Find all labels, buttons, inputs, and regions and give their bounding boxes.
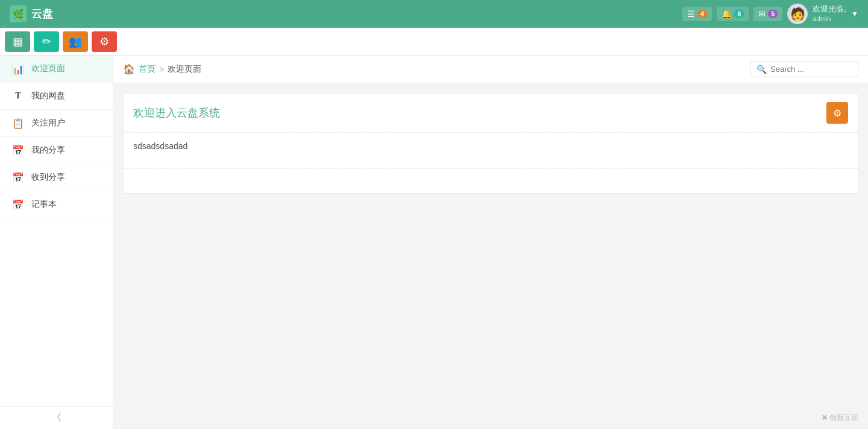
mail-icon: ✉ [758, 9, 766, 19]
watermark-text: ✖ 创新互联 [822, 413, 858, 423]
app-logo: 🌿 云盘 [10, 5, 53, 22]
sidebar-item-notes[interactable]: 📅 记事本 [0, 191, 113, 218]
follow-icon: 📋 [12, 117, 24, 129]
nav-settings-button[interactable]: ⚙ [92, 31, 117, 52]
received-icon: 📅 [12, 171, 24, 183]
card-settings-button[interactable]: ⚙ [826, 102, 848, 124]
nav-edit-button[interactable]: ✏ [34, 31, 59, 52]
notifications-badge: 8 [734, 10, 744, 18]
search-input[interactable] [770, 65, 852, 74]
bell-icon: 🔔 [722, 9, 732, 19]
card-empty-section [124, 169, 858, 193]
main-layout: 📊 欢迎页面 T 我的网盘 📋 关注用户 📅 我的分享 📅 收到分享 📅 记事本… [0, 56, 868, 429]
app-title: 云盘 [31, 7, 53, 21]
user-menu[interactable]: 🧑 欢迎光临, admin ▼ [787, 4, 858, 24]
breadcrumb-current: 欢迎页面 [168, 64, 201, 75]
sidebar-item-mycloud[interactable]: T 我的网盘 [0, 83, 113, 110]
sidebar-item-myshare[interactable]: 📅 我的分享 [0, 137, 113, 164]
nav-users-button[interactable]: 👥 [63, 31, 88, 52]
footer-watermark: ✖ 创新互联 [822, 413, 858, 423]
card-body: sdsadsdsadad [124, 133, 858, 169]
card-header: 欢迎进入云盘系统 ⚙ [124, 94, 858, 133]
cloud-icon: T [12, 90, 24, 102]
sidebar-item-label: 收到分享 [31, 172, 65, 183]
chart-icon: ▦ [13, 35, 23, 48]
avatar: 🧑 [787, 4, 808, 24]
breadcrumb-home-link[interactable]: 首页 [139, 64, 156, 75]
messages-icon: ☰ [687, 9, 695, 19]
users-icon: 👥 [69, 35, 82, 48]
welcome-card: 欢迎进入云盘系统 ⚙ sdsadsdsadad [123, 93, 858, 194]
sidebar-item-label: 我的网盘 [31, 91, 65, 101]
home-icon: 🏠 [123, 63, 135, 75]
gear-icon: ⚙ [833, 107, 841, 119]
collapse-icon: 《 [52, 412, 61, 424]
sidebar-item-welcome[interactable]: 📊 欢迎页面 [0, 56, 113, 83]
notes-icon: 📅 [12, 199, 24, 211]
sidebar-item-follow[interactable]: 📋 关注用户 [0, 110, 113, 137]
chevron-down-icon: ▼ [851, 10, 858, 18]
settings-icon: ⚙ [99, 35, 109, 48]
sidebar-collapse-button[interactable]: 《 [0, 406, 113, 429]
breadcrumb-bar: 🏠 首页 > 欢迎页面 🔍 [113, 56, 868, 83]
username: admin [813, 14, 846, 23]
page-title: 欢迎进入云盘系统 [133, 106, 220, 120]
sidebar-item-label: 记事本 [31, 199, 57, 210]
notifications-button[interactable]: 🔔 8 [717, 7, 749, 21]
nav-chart-button[interactable]: ▦ [5, 31, 30, 52]
topnav-right: ☰ 4 🔔 8 ✉ 5 🧑 欢迎光临, admin ▼ [682, 4, 858, 24]
sidebar-item-label: 关注用户 [31, 118, 65, 129]
logo-icon: 🌿 [10, 5, 27, 22]
secondary-navbar: ▦ ✏ 👥 ⚙ [0, 28, 868, 56]
sidebar-item-received[interactable]: 📅 收到分享 [0, 164, 113, 191]
mail-button[interactable]: ✉ 5 [753, 7, 782, 21]
mail-badge: 5 [768, 10, 778, 18]
sidebar-item-label: 我的分享 [31, 145, 65, 156]
top-navbar: 🌿 云盘 ☰ 4 🔔 8 ✉ 5 🧑 欢迎光临, admin ▼ [0, 0, 868, 28]
search-icon: 🔍 [756, 65, 767, 74]
breadcrumb: 🏠 首页 > 欢迎页面 [123, 63, 201, 75]
main-content-area: 🏠 首页 > 欢迎页面 🔍 欢迎进入云盘系统 ⚙ sdsadsd [113, 56, 868, 429]
breadcrumb-separator: > [159, 65, 164, 74]
messages-button[interactable]: ☰ 4 [682, 7, 712, 21]
share-icon: 📅 [12, 144, 24, 156]
user-greeting: 欢迎光临, [813, 4, 846, 13]
body-text: sdsadsdsadad [133, 141, 187, 151]
page-content: 欢迎进入云盘系统 ⚙ sdsadsdsadad [113, 83, 868, 429]
sidebar: 📊 欢迎页面 T 我的网盘 📋 关注用户 📅 我的分享 📅 收到分享 📅 记事本… [0, 56, 113, 429]
sidebar-item-label: 欢迎页面 [31, 63, 65, 74]
messages-badge: 4 [697, 10, 707, 18]
edit-icon: ✏ [42, 35, 51, 48]
welcome-icon: 📊 [12, 63, 24, 75]
search-box[interactable]: 🔍 [750, 62, 858, 77]
